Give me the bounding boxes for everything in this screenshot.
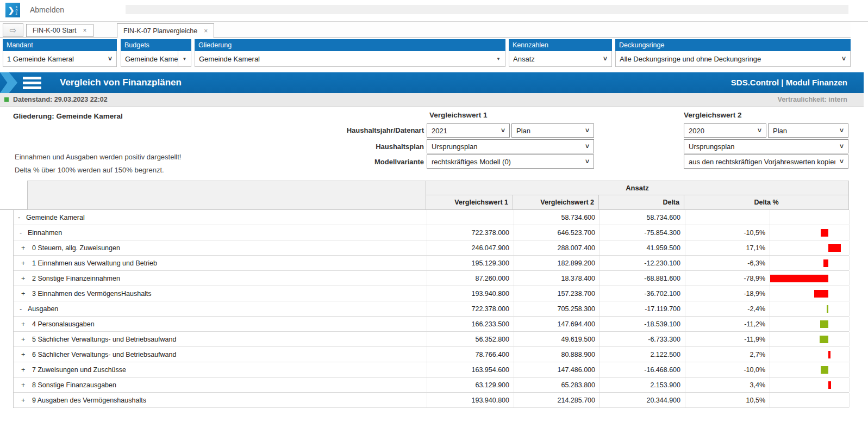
cell-delta_pct: 10,5%	[685, 393, 770, 407]
cell-delta: 41.959.500	[600, 240, 685, 255]
vw2-modellvariante-select[interactable]: aus den rechtskräftigen Vorjahreswerten …	[684, 154, 848, 169]
vw2-haushaltsplan-select[interactable]: Ursprungsplan˅	[684, 139, 848, 153]
vw1-datenart-value: Plan	[516, 127, 581, 135]
delta-bar-cell	[770, 225, 850, 240]
row-label: Einnahmen	[28, 229, 62, 237]
table-row[interactable]: +1 Einnahmen aus Verwaltung und Betrieb1…	[14, 256, 849, 271]
row-label: 4 Personalausgaben	[32, 320, 95, 328]
row-label-cell: +1 Einnahmen aus Verwaltung und Betrieb	[14, 256, 427, 270]
expand-collapse-icon[interactable]: -	[20, 305, 25, 313]
cell-delta: -16.468.600	[600, 362, 685, 377]
delta-bar-cell	[770, 393, 850, 407]
row-label-cell: +2 Sonstige Finanzeinnahmen	[14, 271, 427, 286]
tab-nav-arrow-button[interactable]: ⇨	[3, 23, 23, 37]
sds-logo-icon[interactable]: ❯ SDS	[5, 3, 20, 17]
chevron-down-icon: ˅	[497, 127, 509, 134]
budgets-value: Gemeinde Kameral	[125, 55, 178, 63]
budgets-combo[interactable]: Gemeinde Kameral ▼	[121, 51, 191, 67]
cell-delta_pct: -10,0%	[685, 362, 770, 377]
filter-gliederung-header: Gliederung	[195, 39, 505, 51]
expand-collapse-icon[interactable]: +	[21, 366, 27, 374]
table-header-label-cell	[28, 181, 426, 209]
cell-delta_pct: -11,9%	[685, 332, 770, 346]
vw2-modellvariante-value: aus den rechtskräftigen Vorjahreswerten …	[689, 158, 835, 166]
expand-collapse-icon[interactable]: +	[21, 275, 27, 282]
cell-vw2: 18.378.400	[514, 271, 600, 286]
table-row[interactable]: +7 Zuweisungen und Zuschüsse163.954.6001…	[14, 362, 849, 378]
expand-collapse-icon[interactable]: -	[18, 214, 23, 221]
cell-delta_pct: -6,3%	[685, 256, 770, 270]
gliederung-select[interactable]: Gemeinde Kameral ▼	[195, 51, 505, 67]
cell-vw1: 195.129.300	[427, 256, 514, 270]
deckungsringe-select[interactable]: Alle Deckungsringe und ohne Deckungsring…	[615, 51, 851, 67]
menu-icon[interactable]	[23, 77, 41, 91]
cell-vw2: 157.238.700	[514, 286, 600, 301]
vw2-datenart-value: Plan	[773, 127, 835, 135]
expand-collapse-icon[interactable]: +	[21, 351, 27, 358]
status-green-icon	[4, 97, 9, 102]
row-label: 5 Sächlicher Verwaltungs- und Betriebsau…	[32, 336, 176, 343]
cell-vw2: 49.619.500	[514, 332, 600, 346]
table-row[interactable]: +4 Personalausgaben166.233.500147.694.40…	[14, 317, 849, 332]
expand-collapse-icon[interactable]: +	[21, 244, 27, 252]
delta-bar	[820, 320, 828, 328]
table-row[interactable]: +3 Einnahmen des VermögensHaushalts193.9…	[14, 286, 849, 301]
mandant-select[interactable]: 1 Gemeinde Kameral ˅	[3, 51, 117, 67]
cell-delta: -12.230.100	[600, 256, 685, 270]
kennzahlen-select[interactable]: Ansatz ˅	[509, 51, 612, 67]
delta-bar-cell	[770, 286, 850, 301]
expand-collapse-icon[interactable]: +	[21, 381, 27, 389]
cell-delta_pct	[685, 210, 770, 225]
expand-collapse-icon[interactable]: +	[21, 336, 27, 343]
cell-vw1: 166.233.500	[427, 317, 514, 331]
expand-collapse-icon[interactable]: +	[21, 397, 27, 404]
table-row[interactable]: +9 Ausgaben des Vermögenshaushalts193.94…	[14, 393, 849, 408]
table-row[interactable]: +6 Sächlicher Verwaltungs- und Betriebsa…	[14, 347, 849, 362]
cell-delta_pct: -2,4%	[685, 301, 770, 316]
cell-vw1: 193.940.800	[427, 286, 514, 301]
vw1-modellvariante-select[interactable]: rechtskräftiges Modell (0)˅	[427, 154, 594, 169]
row-label-cell: -Einnahmen	[14, 225, 427, 240]
expand-collapse-icon[interactable]: +	[21, 259, 27, 267]
cell-delta: 2.153.900	[600, 378, 685, 392]
budgets-dropdown-button[interactable]: ▼	[178, 51, 191, 66]
expand-collapse-icon[interactable]: -	[20, 229, 25, 237]
expand-collapse-icon[interactable]: +	[21, 290, 27, 298]
table-row[interactable]: +0 Steuern, allg. Zuweisungen246.047.900…	[14, 240, 849, 256]
table-row[interactable]: -Einnahmen722.378.000646.523.700-75.854.…	[14, 225, 849, 240]
vw2-haushaltsplan-value: Ursprungsplan	[689, 143, 835, 151]
table-row[interactable]: -Ausgaben722.378.000705.258.300-17.119.7…	[14, 301, 849, 317]
logout-link[interactable]: Abmelden	[30, 5, 64, 14]
tab-fin-k-07-planvergleiche[interactable]: FIN-K-07 Planvergleiche ×	[117, 23, 214, 38]
close-icon[interactable]: ×	[204, 27, 208, 35]
cell-delta: 20.344.900	[600, 393, 685, 407]
vw2-datenart-select[interactable]: Plan˅	[768, 123, 848, 138]
table-row[interactable]: +5 Sächlicher Verwaltungs- und Betriebsa…	[14, 332, 849, 347]
delta-bar-cell	[770, 240, 850, 255]
delta-bar-cell	[770, 271, 850, 286]
table-row[interactable]: -Gemeinde Kameral58.734.60058.734.600	[14, 210, 849, 225]
row-label: 3 Einnahmen des VermögensHaushalts	[32, 290, 152, 298]
chevron-down-icon: ˅	[581, 143, 594, 150]
vergleichswert1-title: Vergleichswert 1	[429, 111, 488, 119]
cell-vw2: 58.734.600	[514, 210, 600, 225]
row-label-cell: +5 Sächlicher Verwaltungs- und Betriebsa…	[14, 332, 427, 346]
cell-delta: -6.733.300	[600, 332, 685, 346]
cell-delta: -18.539.100	[600, 317, 685, 331]
row-label-cell: -Ausgaben	[14, 301, 427, 316]
vw1-jahr-select[interactable]: 2021˅	[427, 123, 510, 138]
cell-delta_pct: -11,2%	[685, 317, 770, 331]
table-row[interactable]: +2 Sonstige Finanzeinnahmen87.260.00018.…	[14, 271, 849, 286]
vw2-jahr-select[interactable]: 2020˅	[684, 123, 766, 138]
table-row[interactable]: +8 Sonstige Finanzausgaben63.129.90065.2…	[14, 378, 849, 393]
row-label-cell: +4 Personalausgaben	[14, 317, 427, 331]
vw1-datenart-select[interactable]: Plan˅	[511, 123, 594, 138]
expand-collapse-icon[interactable]: +	[21, 320, 27, 328]
cell-vw1: 63.129.900	[427, 378, 514, 392]
tab-fin-k-00-start[interactable]: FIN-K-00 Start ×	[26, 24, 93, 37]
close-icon[interactable]: ×	[83, 27, 87, 34]
app-header-bar: Vergleich von Finanzplänen SDS.Control |…	[0, 72, 864, 93]
vw1-haushaltsplan-select[interactable]: Ursprungsplan˅	[427, 139, 594, 153]
cell-vw1: 78.766.400	[427, 347, 514, 362]
row-label-cell: +0 Steuern, allg. Zuweisungen	[14, 240, 427, 255]
